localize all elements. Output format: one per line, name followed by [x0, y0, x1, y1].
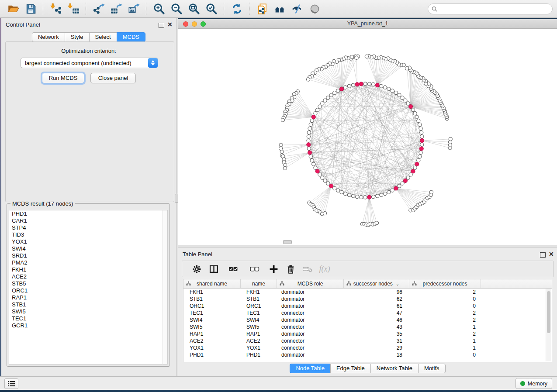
horizontal-splitter-handle[interactable]	[283, 240, 292, 244]
menu-button[interactable]	[4, 378, 18, 389]
mcds-result-item[interactable]: ACE2	[9, 273, 163, 280]
add-column-icon[interactable]	[267, 263, 280, 275]
table-row[interactable]: STB1STB1dominator620	[183, 296, 552, 303]
mcds-result-item[interactable]: ORC1	[9, 287, 163, 294]
select-all-rows-icon[interactable]	[224, 263, 242, 275]
column-header-MCDS-role[interactable]: MCDS role	[277, 279, 344, 288]
mcds-result-item[interactable]: STB5	[9, 280, 163, 287]
save-session-icon[interactable]	[23, 2, 38, 16]
table-cell: connector	[277, 309, 344, 316]
close-panel-button[interactable]: Close panel	[90, 73, 136, 83]
tab-network[interactable]: Network	[32, 32, 65, 42]
tab-select[interactable]: Select	[89, 32, 117, 42]
mcds-result-item[interactable]: GCR1	[9, 322, 163, 329]
hide-selected-icon[interactable]	[290, 2, 304, 16]
show-column-panel-icon[interactable]	[207, 263, 220, 275]
table-row[interactable]: SWI5SWI5connector431	[183, 323, 552, 330]
mcds-result-item[interactable]: SWI5	[9, 308, 163, 315]
mcds-result-item[interactable]: CAR1	[9, 217, 163, 224]
column-header-name[interactable]: name	[241, 279, 277, 288]
toolbar-separator	[146, 3, 147, 15]
export-network-icon[interactable]	[91, 2, 106, 16]
mcds-result-list[interactable]: PHD1CAR1STP4TID3YOX1SWI4SRD1PMA2FKH1ACE2…	[9, 210, 163, 364]
zoom-out-icon[interactable]	[169, 2, 184, 16]
home-search-icon[interactable]	[272, 2, 287, 16]
table-cell: RAP1	[183, 330, 241, 337]
clear-selection-icon[interactable]	[246, 263, 263, 275]
tab-edge-table[interactable]: Edge Table	[330, 364, 371, 373]
mcds-result-item[interactable]: RAP1	[9, 294, 163, 301]
table-row[interactable]: ORC1ORC1dominator610	[183, 303, 552, 309]
float-panel-icon[interactable]	[159, 23, 164, 28]
network-canvas[interactable]	[178, 29, 557, 245]
zoom-selected-icon[interactable]	[204, 2, 219, 16]
table-cell: 96	[344, 289, 409, 296]
table-row[interactable]: PHD1PHD1dominator180	[183, 351, 552, 358]
table-row[interactable]: YOX1YOX1connector291	[183, 344, 552, 351]
table-cell: 62	[344, 296, 409, 303]
dropdown-stepper-icon[interactable]	[148, 58, 158, 68]
close-panel-icon[interactable]: ✕	[167, 21, 173, 28]
table-cell: 31	[344, 337, 409, 344]
table-cell: TEC1	[183, 309, 241, 316]
table-panel: Table Panel ✕ f(x) shared namenameMCDS r…	[178, 248, 557, 376]
mcds-result-item[interactable]: STP4	[9, 224, 163, 231]
table-cell: 46	[344, 316, 409, 323]
table-scrollbar-thumb[interactable]	[547, 291, 550, 333]
clone-network-icon[interactable]	[255, 2, 270, 16]
close-panel-icon[interactable]: ✕	[549, 251, 554, 257]
import-network-icon[interactable]	[48, 2, 63, 16]
table-cell: 2	[409, 316, 481, 323]
tab-motifs[interactable]: Motifs	[418, 364, 446, 373]
column-header-successor-nodes[interactable]: successor nodes⌄	[344, 279, 409, 288]
table-cell: 2	[409, 330, 481, 337]
table-row[interactable]: RAP1RAP1dominator352	[183, 330, 552, 337]
import-table-icon[interactable]	[66, 2, 81, 16]
node-table: shared namenameMCDS rolesuccessor nodes⌄…	[183, 279, 552, 362]
sort-arrow-icon: ⌄	[396, 282, 399, 286]
mcds-result-item[interactable]: SWI4	[9, 245, 163, 252]
network-graph[interactable]	[178, 29, 557, 245]
column-header-predecessor-nodes[interactable]: predecessor nodes	[409, 279, 481, 288]
search-input[interactable]	[439, 5, 549, 12]
tab-network-table[interactable]: Network Table	[370, 364, 419, 373]
table-row[interactable]: ACE2ACE2connector311	[183, 337, 552, 344]
table-cell: SWI4	[241, 316, 277, 323]
mcds-list-scrollbar[interactable]	[163, 210, 168, 364]
memory-button[interactable]: Memory	[515, 378, 552, 389]
export-image-icon[interactable]	[126, 2, 141, 16]
table-cell: STB1	[183, 296, 241, 303]
search-icon	[432, 6, 437, 12]
table-cell: dominator	[277, 303, 344, 309]
export-table-icon[interactable]	[109, 2, 124, 16]
zoom-fit-icon[interactable]	[187, 2, 201, 16]
table-scrollbar[interactable]	[546, 289, 551, 361]
table-row[interactable]: TEC1TEC1connector472	[183, 309, 552, 316]
mcds-result-item[interactable]: YOX1	[9, 238, 163, 245]
refresh-icon[interactable]	[229, 2, 244, 16]
main-toolbar	[0, 0, 557, 18]
column-header-shared-name[interactable]: shared name	[183, 279, 241, 288]
float-panel-icon[interactable]	[540, 252, 546, 258]
tab-node-table[interactable]: Node Table	[290, 364, 331, 373]
table-cell: 29	[344, 344, 409, 351]
optimization-criterion-select[interactable]: largest connected component (undirected)	[21, 58, 158, 68]
search-box[interactable]	[428, 3, 553, 14]
mcds-result-item[interactable]: TID3	[9, 231, 163, 238]
open-folder-icon[interactable]	[6, 2, 21, 16]
zoom-in-icon[interactable]	[152, 2, 166, 16]
mcds-result-item[interactable]: TEC1	[9, 315, 163, 322]
table-settings-gear-icon[interactable]	[190, 263, 203, 275]
mcds-result-item[interactable]: SRD1	[9, 252, 163, 259]
mcds-result-item[interactable]: STB1	[9, 301, 163, 308]
network-window-titlebar[interactable]: YPA_prune.txt_1	[178, 19, 557, 29]
mcds-result-item[interactable]: PMA2	[9, 259, 163, 266]
mcds-result-item[interactable]: PHD1	[9, 210, 163, 217]
table-row[interactable]: FKH1FKH1dominator962	[183, 289, 552, 296]
mcds-result-item[interactable]: FKH1	[9, 266, 163, 273]
tab-style[interactable]: Style	[65, 32, 90, 42]
run-mcds-button[interactable]: Run MCDS	[42, 73, 84, 83]
delete-column-icon[interactable]	[284, 263, 297, 275]
tab-mcds[interactable]: MCDS	[117, 32, 145, 42]
table-row[interactable]: SWI4SWI4dominator462	[183, 316, 552, 323]
